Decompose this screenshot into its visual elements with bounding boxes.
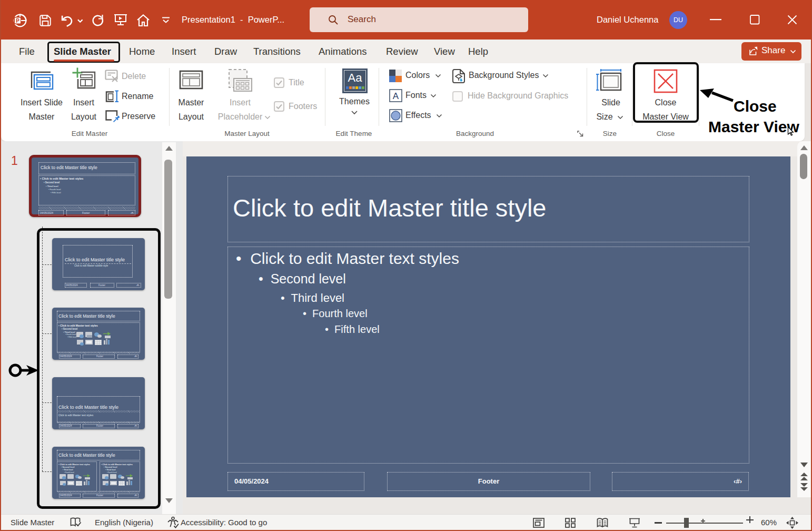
svg-text:A: A	[393, 91, 399, 101]
